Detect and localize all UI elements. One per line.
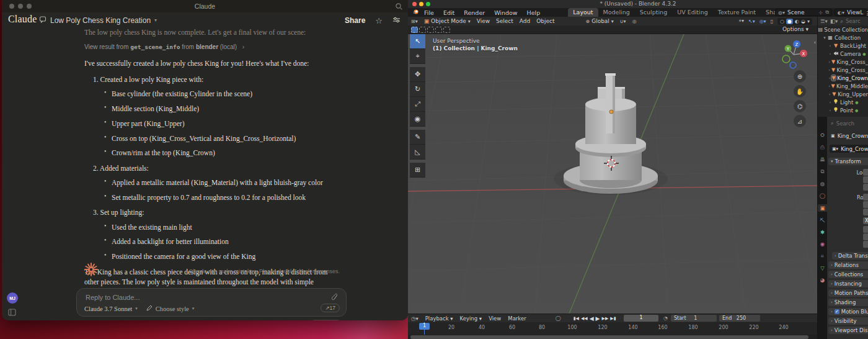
start-frame-field[interactable]: Start 1	[671, 315, 717, 322]
section-instancing[interactable]: ›Instancing	[828, 280, 868, 287]
properties-search[interactable]: ⌕ Search	[831, 120, 868, 127]
scale-z-field[interactable]: 1.000	[863, 241, 868, 248]
section-relations[interactable]: ›Relations	[828, 261, 868, 269]
menu-render[interactable]: Render	[464, 9, 485, 16]
outliner-root[interactable]: ▤ Scene Collection	[818, 25, 868, 34]
next-keyframe-button[interactable]: ▶▶	[602, 316, 609, 321]
shading-wireframe-icon[interactable]: ○	[780, 19, 784, 24]
tab-layout[interactable]: Layout	[568, 8, 598, 17]
stopwatch-icon[interactable]: ◔	[663, 315, 668, 321]
world-tab-icon[interactable]: ◯	[820, 192, 826, 199]
timeline-scrollbar[interactable]	[408, 335, 817, 339]
expand-chevron-icon[interactable]: ›	[242, 43, 244, 50]
outliner-filter-icon[interactable]: ◧▾	[830, 18, 838, 24]
rotation-y-field[interactable]: 0°	[863, 201, 868, 208]
outliner-item-light[interactable]: › Light ●	[818, 98, 868, 106]
menu-object[interactable]: Object	[536, 18, 554, 24]
snap-magnet-icon[interactable]: ∪▾	[620, 18, 626, 24]
new-scene-icon[interactable]: ⧉	[825, 9, 829, 16]
settings-sliders-icon[interactable]	[392, 15, 401, 26]
transform-section-header[interactable]: ▾ Transform	[828, 158, 868, 165]
material-tab-icon[interactable]: ◕	[820, 277, 825, 283]
transform-tool[interactable]: ◉	[410, 112, 425, 127]
move-tool[interactable]: ✥	[410, 67, 425, 82]
location-z-field[interactable]: 1.15 m	[863, 184, 868, 191]
claude-titlebar[interactable]: Claude	[2, 0, 408, 12]
location-y-field[interactable]: 0 m	[863, 176, 868, 183]
section-visibility[interactable]: ›Visibility	[828, 317, 868, 325]
gizmo-toggle-icon[interactable]: ↖▾	[748, 19, 755, 24]
select-mode-intersect-icon[interactable]	[443, 27, 450, 33]
rotation-mode-field[interactable]: XYZ Euler	[863, 217, 868, 224]
retry-button[interactable]: Retry ▾	[311, 320, 341, 320]
select-mode-extend-icon[interactable]	[419, 27, 426, 33]
select-mode-new-icon[interactable]	[411, 27, 418, 33]
camera-view-icon[interactable]: ⌬	[794, 100, 806, 112]
keying-menu[interactable]: Keying ▾	[460, 315, 482, 322]
reply-input[interactable]: Reply to Claude... Claude 3.7 Sonnet ▾ C…	[76, 288, 347, 317]
jump-to-end-button[interactable]: ▶▮	[610, 316, 616, 321]
outliner-item-king-cross-v[interactable]: ›▼ King_Cross_	[818, 58, 868, 66]
object-name-field[interactable]: ▣▾ King_Crown	[830, 145, 868, 153]
view-layer-selector[interactable]: ◐▾ ViewL	[835, 9, 867, 16]
menu-edit[interactable]: Edit	[443, 9, 454, 16]
pan-hand-icon[interactable]: ✋	[794, 85, 806, 97]
rotate-tool[interactable]: ↻	[410, 82, 425, 97]
proportional-edit-icon[interactable]: ◎	[632, 18, 637, 24]
pin-icon[interactable]: ⊹	[819, 10, 823, 16]
section-viewport-display[interactable]: ›Viewport Display	[828, 327, 868, 334]
orientation-dropdown[interactable]: ⊕ Global ▾	[586, 18, 614, 24]
rotation-x-field[interactable]: 0°	[863, 194, 868, 201]
blender-titlebar[interactable]: * (Unsaved) - Blender 4.3.2	[408, 0, 868, 8]
section-collections[interactable]: ›Collections	[828, 271, 868, 278]
share-button[interactable]: Share	[345, 16, 365, 25]
menu-select[interactable]: Select	[496, 18, 513, 24]
data-tab-icon[interactable]: ▽	[820, 265, 825, 271]
modifiers-tab-icon[interactable]: ⛏	[820, 217, 825, 224]
blender-logo-icon[interactable]	[412, 9, 419, 16]
timeline-view-menu[interactable]: View	[489, 315, 501, 322]
annotate-tool[interactable]: ✎	[410, 130, 425, 145]
render-tab-icon[interactable]: ⎙	[820, 144, 825, 151]
rotation-z-field[interactable]: 0°	[863, 209, 868, 215]
overlays-toggle-icon[interactable]: ◎▾	[760, 19, 766, 24]
end-frame-field[interactable]: End 250	[719, 315, 760, 322]
timeline-ruler[interactable]: 20 40 60 80 100 120 140 160 180 200 220 …	[408, 322, 817, 335]
outliner-item-camera[interactable]: › Camera ●	[818, 50, 868, 58]
select-box-tool[interactable]: ↖	[410, 34, 425, 49]
sidebar-collapse-arrow[interactable]: ‹	[813, 39, 816, 45]
selectability-icon[interactable]: ⌖▾	[738, 18, 744, 24]
add-cube-tool[interactable]: ⊞	[410, 163, 425, 178]
ortho-perspective-icon[interactable]: ⊿	[794, 115, 806, 127]
outliner-item-king-crown-selected[interactable]: ›▼ King_Crown	[818, 74, 868, 82]
view-layer-tab-icon[interactable]: ⧉	[820, 168, 824, 175]
shading-solid-icon[interactable]: ●	[786, 19, 793, 24]
scale-x-field[interactable]: 1.000	[863, 226, 868, 233]
shading-rendered-icon[interactable]: ◒	[801, 19, 805, 24]
section-motion-blur[interactable]: ›✓Motion Blur	[828, 308, 868, 315]
timeline-editor-icon[interactable]: ◷▾	[411, 315, 418, 322]
marker-menu[interactable]: Marker	[508, 315, 526, 322]
tab-modeling[interactable]: Modeling	[598, 8, 635, 17]
menu-window[interactable]: Window	[494, 9, 517, 16]
xray-toggle-icon[interactable]: ▯	[771, 19, 773, 24]
measure-tool[interactable]: ◺	[410, 145, 425, 160]
outliner-search-icon[interactable]: ⌕	[840, 18, 843, 25]
scene-selector[interactable]: ◍▾ Scene ⊹ ⧉	[775, 9, 832, 16]
claude-logo[interactable]: Claude	[8, 14, 37, 25]
properties-breadcrumb[interactable]: ▣ King_Crown	[831, 133, 868, 139]
current-frame-field[interactable]: 1	[624, 315, 658, 322]
scene-tab-icon[interactable]: ◍	[820, 181, 825, 187]
style-selector[interactable]: Choose style ▾	[146, 305, 194, 312]
sidebar-toggle-icon[interactable]	[8, 307, 16, 319]
outliner-search-placeholder[interactable]: Searc	[846, 18, 861, 24]
outliner-item-backlight[interactable]: ›▼ BackLight	[818, 42, 868, 50]
star-icon[interactable]: ☆	[375, 16, 383, 25]
section-delta-transform[interactable]: ›Delta Transform	[832, 252, 868, 260]
outliner-item-point[interactable]: › Point ●	[818, 106, 868, 114]
section-shading[interactable]: ›Shading	[828, 299, 868, 306]
cursor-tool[interactable]: ⌖	[410, 49, 425, 64]
prev-keyframe-button[interactable]: ◀◀	[581, 316, 588, 321]
constraints-tab-icon[interactable]: ⌗	[821, 253, 824, 260]
attachment-paperclip-icon[interactable]	[331, 293, 339, 304]
